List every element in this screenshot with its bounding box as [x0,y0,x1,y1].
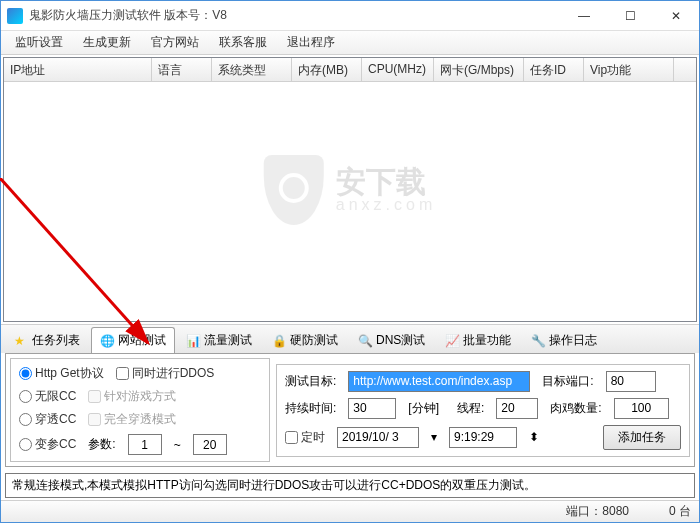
menu-联系客服[interactable]: 联系客服 [209,31,277,54]
tab-label: 网站测试 [118,332,166,349]
description-bar: 常规连接模式,本模式模拟HTTP访问勾选同时进行DDOS攻击可以进行CC+DDO… [5,473,695,498]
radio-0[interactable]: Http Get协议 [19,365,104,382]
maximize-button[interactable]: ☐ [607,1,653,31]
batch-icon: 📈 [445,334,459,348]
watermark: 安下载 anxz.com [264,155,436,225]
col-系统类型[interactable]: 系统类型 [212,58,292,81]
app-icon [7,8,23,24]
tab-log[interactable]: 🔧操作日志 [522,327,606,353]
radio-3[interactable]: 变参CC [19,436,76,453]
tab-strip: ★任务列表🌐网站测试📊流量测试🔒硬防测试🔍DNS测试📈批量功能🔧操作日志 [1,324,699,353]
mode-group: Http Get协议同时进行DDOS无限CC针对游戏方式穿透CC完全穿透模式变参… [10,358,270,462]
menu-退出程序[interactable]: 退出程序 [277,31,345,54]
dns-icon: 🔍 [358,334,372,348]
window-title: 鬼影防火墙压力测试软件 版本号：V8 [29,7,561,24]
threads-label: 线程: [457,400,484,417]
tab-label: 操作日志 [549,332,597,349]
tab-label: DNS测试 [376,332,425,349]
star-icon: ★ [14,334,28,348]
status-port-label: 端口： [566,504,602,518]
bots-input[interactable] [614,398,669,419]
col-CPU(MHz)[interactable]: CPU(MHz) [362,58,434,81]
param-from-input[interactable] [128,434,162,455]
table-area: IP地址语言系统类型内存(MB)CPU(MHz)网卡(G/Mbps)任务IDVi… [3,57,697,322]
tab-dns[interactable]: 🔍DNS测试 [349,327,434,353]
dropdown-icon[interactable]: ▾ [431,430,437,444]
status-count-value: 0 台 [669,503,691,520]
titlebar: 鬼影防火墙压力测试软件 版本号：V8 — ☐ ✕ [1,1,699,31]
col-网卡(G/Mbps)[interactable]: 网卡(G/Mbps) [434,58,524,81]
check-2: 完全穿透模式 [88,411,176,428]
tab-star[interactable]: ★任务列表 [5,327,89,353]
globe-icon: 🌐 [100,334,114,348]
bots-label: 肉鸡数量: [550,400,601,417]
timer-checkbox[interactable]: 定时 [285,429,325,446]
target-label: 测试目标: [285,373,336,390]
hard-icon: 🔒 [272,334,286,348]
minimize-button[interactable]: — [561,1,607,31]
radio-1[interactable]: 无限CC [19,388,76,405]
tab-batch[interactable]: 📈批量功能 [436,327,520,353]
duration-unit: [分钟] [408,400,439,417]
duration-label: 持续时间: [285,400,336,417]
threads-input[interactable] [496,398,538,419]
traffic-icon: 📊 [186,334,200,348]
tab-label: 硬防测试 [290,332,338,349]
table-header: IP地址语言系统类型内存(MB)CPU(MHz)网卡(G/Mbps)任务IDVi… [4,58,696,82]
watermark-big: 安下载 [336,167,436,197]
check-0[interactable]: 同时进行DDOS [116,365,215,382]
tab-traffic[interactable]: 📊流量测试 [177,327,261,353]
param-to-input[interactable] [193,434,227,455]
tab-hard[interactable]: 🔒硬防测试 [263,327,347,353]
tab-label: 流量测试 [204,332,252,349]
menu-生成更新[interactable]: 生成更新 [73,31,141,54]
col-Vip功能[interactable]: Vip功能 [584,58,674,81]
col-任务ID[interactable]: 任务ID [524,58,584,81]
close-button[interactable]: ✕ [653,1,699,31]
duration-input[interactable] [348,398,396,419]
config-panel: Http Get协议同时进行DDOS无限CC针对游戏方式穿透CC完全穿透模式变参… [5,353,695,467]
target-group: 测试目标: 目标端口: 持续时间: [分钟] 线程: 肉鸡数量: 定时 [276,364,690,457]
shield-icon [264,155,324,225]
watermark-small: anxz.com [336,197,436,213]
col-IP地址[interactable]: IP地址 [4,58,152,81]
port-input[interactable] [606,371,656,392]
tab-label: 批量功能 [463,332,511,349]
menubar: 监听设置生成更新官方网站联系客服退出程序 [1,31,699,55]
log-icon: 🔧 [531,334,545,348]
add-task-button[interactable]: 添加任务 [603,425,681,450]
col-内存(MB)[interactable]: 内存(MB) [292,58,362,81]
params-label: 参数: [88,436,115,453]
tab-label: 任务列表 [32,332,80,349]
radio-2[interactable]: 穿透CC [19,411,76,428]
menu-监听设置[interactable]: 监听设置 [5,31,73,54]
col-语言[interactable]: 语言 [152,58,212,81]
status-port-value: 8080 [602,504,629,518]
target-input[interactable] [348,371,530,392]
date-picker[interactable] [337,427,419,448]
check-1: 针对游戏方式 [88,388,176,405]
tab-globe[interactable]: 🌐网站测试 [91,327,175,353]
statusbar: 端口：8080 0 台 [1,500,699,522]
port-label: 目标端口: [542,373,593,390]
spinner-icon[interactable]: ⬍ [529,430,539,444]
time-picker[interactable] [449,427,517,448]
menu-官方网站[interactable]: 官方网站 [141,31,209,54]
